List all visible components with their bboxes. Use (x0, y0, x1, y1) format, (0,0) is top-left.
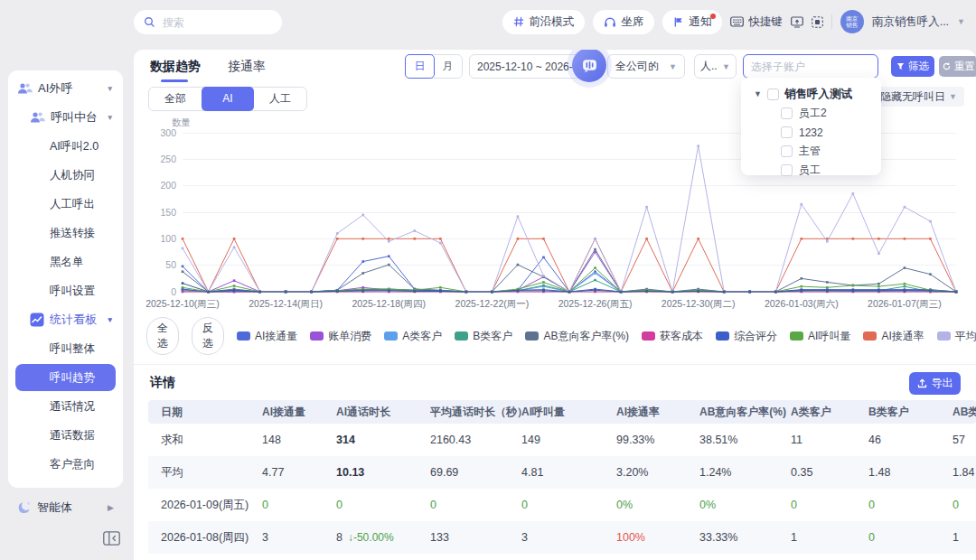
sidebar-item-呼叫设置[interactable]: 呼叫设置 (8, 276, 123, 305)
export-button[interactable]: 导出 (909, 372, 961, 395)
sidebar: AI外呼▼呼叫中台▼AI呼叫2.0人机协同人工呼出推送转接黑名单呼叫设置统计看板… (8, 70, 123, 488)
svg-text:250: 250 (160, 154, 176, 164)
table-cell: 1.24% (699, 466, 791, 479)
table-cell: 求和 (148, 433, 262, 448)
sidebar-item-黑名单[interactable]: 黑名单 (8, 247, 123, 276)
account-name[interactable]: 南京销售呼入... (872, 14, 949, 30)
company-select[interactable]: 全公司的 ▼ (607, 54, 685, 79)
sidebar-item-通话情况[interactable]: 通话情况 (8, 392, 123, 421)
notification-button[interactable]: 通知 (662, 10, 722, 34)
tree-child-label: 员工 (799, 163, 821, 178)
search-field[interactable] (161, 15, 264, 30)
cell-value: 0.35 (791, 466, 812, 479)
scope-ai[interactable]: AI (202, 87, 254, 111)
sidebar-item-通话数据[interactable]: 通话数据 (8, 421, 123, 450)
checkbox[interactable] (781, 126, 793, 138)
tree-node-child[interactable]: 主管 (741, 142, 881, 161)
tree-node-parent[interactable]: ▼ 销售呼入测试 (741, 84, 881, 104)
frontier-mode-button[interactable]: 前沿模式 (502, 10, 585, 34)
sidebar-item-AI外呼[interactable]: AI外呼▼ (8, 74, 123, 103)
table-row[interactable]: 平均4.7710.1369.694.813.20%1.24%0.351.481.… (148, 456, 976, 489)
legend-item-AI接通量[interactable]: AI接通量 (237, 329, 297, 344)
tree-node-child[interactable]: 1232 (741, 123, 881, 142)
legend-item-AI呼叫量[interactable]: AI呼叫量 (790, 329, 850, 344)
legend-item-A类客户[interactable]: A类客户 (384, 329, 442, 344)
table-cell: 1 (791, 531, 868, 544)
legend-item-账单消费[interactable]: 账单消费 (310, 329, 371, 344)
avatar[interactable]: 南京销售 (840, 10, 864, 33)
checkbox[interactable] (781, 164, 793, 176)
cell-value: 133 (430, 531, 449, 544)
checkbox[interactable] (781, 145, 793, 157)
sidebar-item-推送转接[interactable]: 推送转接 (8, 219, 123, 247)
table-cell: 1 (953, 531, 976, 544)
apps-grid-icon[interactable] (812, 16, 823, 28)
person-select-value: 人.. (700, 59, 718, 74)
sidebar-item-客户意向[interactable]: 客户意向 (8, 450, 123, 479)
checkbox[interactable] (781, 107, 793, 119)
person-select[interactable]: 人.. ▼ (694, 54, 737, 79)
legend-item-获客成本[interactable]: 获客成本 (642, 329, 703, 344)
table-row[interactable]: 求和1483142160.4314999.33%38.51%114657 (148, 424, 976, 456)
hide-no-call-dropdown[interactable]: 隐藏无呼叫日 ▼ (873, 87, 964, 107)
tree-node-child[interactable]: 员工 (741, 161, 881, 180)
svg-text:2025-12-18(周四): 2025-12-18(周四) (352, 298, 426, 309)
date-range-value: 2025-12-10 ~ 2026-01-09 (477, 61, 584, 73)
search-input[interactable] (134, 10, 282, 34)
date-range-picker[interactable]: 2025-12-10 ~ 2026-01-09 (469, 54, 584, 79)
legend-item-平均通话时长（秒）[interactable]: 平均通话时长（秒） (937, 329, 976, 344)
sidebar-item-AI呼叫2.0[interactable]: AI呼叫2.0 (8, 132, 123, 161)
sidebar-item-agent[interactable]: 智能体 ▶ (8, 493, 123, 522)
sidebar-item-统计看板[interactable]: 统计看板▼ (8, 305, 123, 334)
cell-value: 1.84 (953, 466, 974, 479)
reset-button[interactable]: 重置 (939, 56, 976, 77)
legend-item-B类客户[interactable]: B类客户 (455, 329, 512, 344)
scope-all[interactable]: 全部 (149, 88, 202, 110)
tree-expand-icon[interactable]: ▼ (754, 89, 762, 98)
sidebar-item-呼叫中台[interactable]: 呼叫中台▼ (8, 103, 123, 132)
unit-month[interactable]: 月 (434, 55, 462, 78)
sidebar-item-label: 呼叫中台 (51, 109, 98, 126)
cell-value: 平均 (161, 466, 183, 479)
filter-button[interactable]: 筛选 (891, 56, 934, 77)
sidebar-item-人机协同[interactable]: 人机协同 (8, 161, 123, 190)
sidebar-item-呼叫整体[interactable]: 呼叫整体 (8, 334, 123, 363)
column-header-AI接通量: AI接通量 (262, 405, 336, 420)
select-all-button[interactable]: 全选 (146, 317, 179, 355)
sub-account-input[interactable] (743, 54, 878, 79)
keyboard-icon (730, 16, 744, 27)
cell-value: 1 (791, 531, 797, 544)
cell-value: 3.20% (616, 466, 648, 479)
collapse-sidebar-button[interactable] (103, 531, 120, 546)
cell-value: 0% (616, 499, 633, 511)
sidebar-item-label: 人机协同 (50, 168, 95, 183)
checkbox[interactable] (767, 89, 779, 100)
legend-item-AI接通率[interactable]: AI接通率 (863, 329, 924, 344)
cell-value: 1 (953, 531, 959, 544)
invert-select-button[interactable]: 反选 (192, 317, 224, 355)
scope-manual[interactable]: 人工 (254, 88, 306, 110)
cell-value: 1.24% (699, 466, 731, 479)
table-row[interactable]: 2026-01-08(周四)38↓-50.00%1333100%33.33%10… (148, 521, 976, 554)
chevron-down-icon[interactable]: ▼ (957, 17, 965, 26)
table-cell: 0 (262, 499, 336, 511)
svg-text:50: 50 (165, 259, 176, 270)
tab-data-trend[interactable]: 数据趋势 (150, 59, 201, 75)
table-row[interactable]: 2026-01-09(周五)00000%0%000 (148, 489, 976, 521)
table-cell: 平均 (148, 465, 262, 481)
funnel-icon (896, 62, 905, 70)
topbar-divider (831, 14, 832, 29)
sidebar-item-呼叫趋势[interactable]: 呼叫趋势 (15, 364, 116, 391)
tree-node-child[interactable]: 员工2 (741, 104, 881, 123)
shortcut-button[interactable]: 快捷键 (730, 14, 783, 30)
seat-button[interactable]: 坐席 (593, 10, 654, 34)
table-cell: 69.69 (430, 466, 521, 479)
assistant-float-button[interactable] (572, 50, 606, 82)
sidebar-item-人工呼出[interactable]: 人工呼出 (8, 190, 123, 219)
legend-item-综合评分[interactable]: 综合评分 (716, 329, 777, 344)
legend-item-AB意向客户率(%)[interactable]: AB意向客户率(%) (525, 329, 629, 344)
sidebar-item-label: 通话数据 (50, 428, 95, 443)
screen-share-icon[interactable] (791, 16, 803, 28)
unit-day[interactable]: 日 (405, 54, 435, 79)
tab-connect-rate[interactable]: 接通率 (228, 59, 266, 75)
